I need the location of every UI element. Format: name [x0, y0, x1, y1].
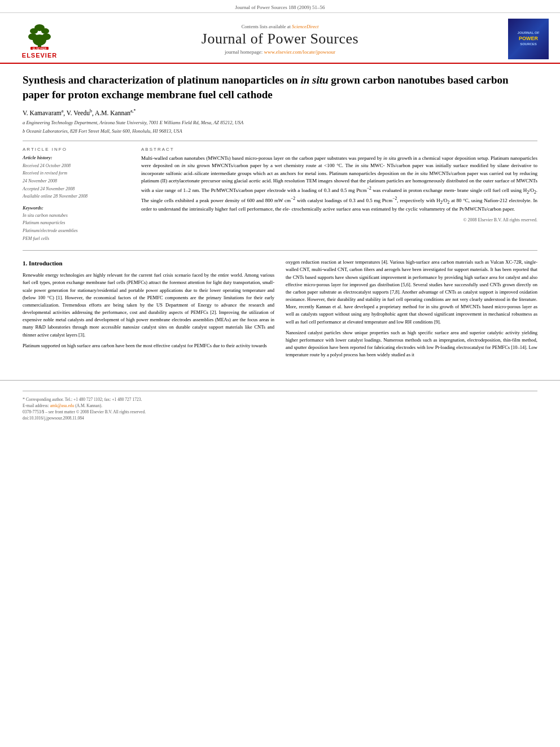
- date-accepted: Accepted 24 November 2008: [23, 186, 75, 191]
- keywords-label: Keywords:: [23, 205, 130, 211]
- copyright-line: © 2008 Elsevier B.V. All rights reserved…: [141, 217, 537, 222]
- page-footer: * Corresponding author. Tel.: +1 480 727…: [0, 380, 560, 426]
- journal-title-area: Contents lists available at ScienceDirec…: [68, 24, 492, 55]
- footnote-corresponding: * Corresponding author. Tel.: +1 480 727…: [23, 397, 537, 402]
- footnote-star: *: [23, 397, 25, 402]
- journal-title: Journal of Power Sources: [68, 30, 492, 47]
- article-history-label: Article history:: [23, 155, 130, 160]
- info-abstract-columns: ARTICLE INFO Article history: Received 2…: [23, 147, 537, 242]
- article-info-column: ARTICLE INFO Article history: Received 2…: [23, 147, 130, 242]
- date-available: Available online 28 November 2008: [23, 194, 88, 199]
- keyword-2: Platinum nanoparticles: [23, 220, 65, 225]
- logo-sources: SOURCES: [518, 42, 540, 47]
- elsevier-brand-text: ELSEVIER: [22, 52, 57, 59]
- body-right-column: oxygen reduction reaction at lower tempe…: [286, 259, 537, 362]
- sciencedirect-prefix: Contents lists available at: [242, 24, 292, 29]
- journal-logo-text: JOURNAL OF POWER SOURCES: [518, 31, 540, 46]
- footnote-email: E-mail address: amk@asu.edu (A.M. Kannan…: [23, 403, 537, 408]
- affiliation-2: b Oceanit Laboratories, 828 Fort Street …: [23, 128, 537, 135]
- keywords-list: In situ carbon nanotubes Platinum nanopa…: [23, 212, 130, 242]
- divider-line-1: [23, 141, 537, 141]
- intro-section-number: 1.: [23, 260, 27, 267]
- intro-section-title: 1. Introduction: [23, 259, 274, 268]
- journal-logo-box: JOURNAL OF POWER SOURCES: [508, 19, 549, 59]
- article-info-header: ARTICLE INFO: [23, 147, 130, 152]
- intro-para-2: Platinum supported on high surface area …: [23, 342, 274, 350]
- date-revised-label: Received in revised form: [23, 171, 67, 176]
- date-received: Received 24 October 2008: [23, 163, 71, 168]
- issn-text: 0378-7753/$ – see front matter © 2008 El…: [23, 409, 146, 414]
- abstract-text: Multi-walled carbon nanotubes (MWCNTs) b…: [141, 155, 537, 213]
- issn-line: 0378-7753/$ – see front matter © 2008 El…: [23, 409, 537, 414]
- homepage-prefix: journal homepage:: [225, 49, 264, 55]
- page-container: Journal of Power Sources 188 (2009) 51–5…: [0, 0, 560, 747]
- article-dates: Received 24 October 2008 Received in rev…: [23, 162, 130, 200]
- body-columns: 1. Introduction Renewable energy technol…: [23, 250, 537, 362]
- keyword-4: PEM fuel cells: [23, 236, 49, 241]
- journal-citation-bar: Journal of Power Sources 188 (2009) 51–5…: [0, 0, 560, 13]
- email-label: E-mail address:: [23, 403, 49, 408]
- journal-header: ELSEVIER ELSEVIER Contents lists availab…: [0, 13, 560, 64]
- logo-power: POWER: [518, 36, 540, 42]
- intro-para-1: Renewable energy technologies are highly…: [23, 272, 274, 339]
- affiliation-1: a Engineering Technology Department, Ari…: [23, 120, 537, 126]
- right-para-2: Nanosized catalyst particles show unique…: [286, 329, 537, 359]
- footnote-text: Corresponding author. Tel.: +1 480 727 1…: [26, 397, 142, 402]
- journal-logo-area: JOURNAL OF POWER SOURCES: [492, 19, 549, 59]
- svg-text:ELSEVIER: ELSEVIER: [33, 47, 47, 50]
- body-left-column: 1. Introduction Renewable energy technol…: [23, 259, 274, 362]
- article-title: Synthesis and characterization of platin…: [23, 73, 537, 102]
- footer-divider: [23, 391, 537, 391]
- svg-point-3: [42, 33, 51, 40]
- homepage-link[interactable]: www.elsevier.com/locate/jpowsour: [264, 49, 335, 55]
- keyword-3: Platinum/electrode assemblies: [23, 228, 78, 233]
- article-content: Synthesis and characterization of platin…: [0, 64, 560, 371]
- elsevier-logo: ELSEVIER ELSEVIER: [11, 20, 68, 59]
- keyword-1: In situ carbon nanotubes: [23, 213, 68, 218]
- svg-point-2: [28, 33, 37, 40]
- sciencedirect-line: Contents lists available at ScienceDirec…: [68, 24, 492, 29]
- doi-text: doi:10.1016/j.jpowsour.2008.11.084: [23, 416, 84, 421]
- email-address[interactable]: amk@asu.edu: [50, 403, 75, 408]
- email-name: (A.M. Kannan).: [75, 403, 102, 408]
- abstract-column: ABSTRACT Multi-walled carbon nanotubes (…: [141, 147, 537, 242]
- date-revised-value: 24 November 2008: [23, 178, 57, 184]
- journal-homepage-line: journal homepage: www.elsevier.com/locat…: [68, 49, 492, 55]
- abstract-header: ABSTRACT: [141, 147, 537, 152]
- elsevier-tree-icon: ELSEVIER: [23, 20, 56, 51]
- sciencedirect-link[interactable]: ScienceDirect: [292, 24, 318, 29]
- intro-section-label: Introduction: [29, 260, 63, 267]
- elsevier-logo-area: ELSEVIER ELSEVIER: [11, 20, 68, 59]
- svg-point-6: [34, 24, 45, 31]
- doi-line: doi:10.1016/j.jpowsour.2008.11.084: [23, 416, 537, 421]
- right-para-1: oxygen reduction reaction at lower tempe…: [286, 259, 537, 326]
- authors-line: V. Kamavarama, V. Veedub, A.M. Kannana,*: [23, 108, 537, 116]
- journal-citation-text: Journal of Power Sources 188 (2009) 51–5…: [235, 5, 325, 10]
- logo-journal-of: JOURNAL OF: [518, 31, 540, 36]
